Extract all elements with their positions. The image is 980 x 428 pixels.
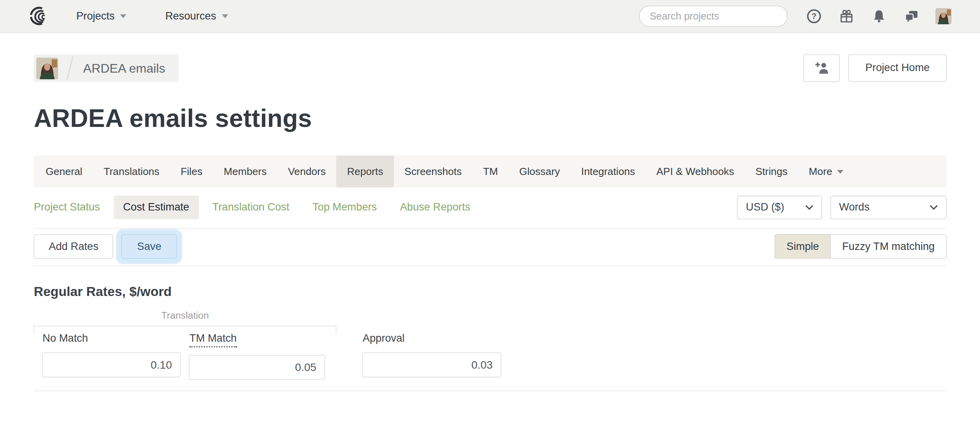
page-title: ARDEA emails settings [34, 104, 946, 132]
messages-icon[interactable] [904, 9, 919, 23]
project-home-button[interactable]: Project Home [848, 54, 946, 82]
nav-projects-label: Projects [76, 10, 114, 23]
chevron-down-icon [930, 205, 938, 210]
breadcrumb-divider [66, 57, 73, 80]
tab-translations[interactable]: Translations [93, 155, 170, 187]
report-subtab-row: Project Status Cost Estimate Translation… [34, 196, 946, 219]
invite-member-button[interactable] [803, 54, 840, 82]
tab-files[interactable]: Files [170, 155, 213, 187]
unit-select-value: Words [839, 201, 869, 214]
unit-select[interactable]: Words [830, 196, 947, 219]
tab-reports[interactable]: Reports [336, 155, 394, 187]
chevron-down-icon [805, 205, 814, 210]
gift-icon[interactable] [839, 9, 854, 23]
tab-screenshots[interactable]: Screenshots [394, 155, 472, 187]
person-add-icon [814, 61, 830, 75]
currency-select[interactable]: USD ($) [737, 196, 822, 219]
tab-members[interactable]: Members [213, 155, 277, 187]
user-avatar-image [935, 8, 952, 25]
top-bar-right: ? [639, 5, 951, 27]
project-owner-avatar[interactable] [36, 57, 58, 79]
add-rates-button[interactable]: Add Rates [34, 234, 113, 259]
subtab-project-status[interactable]: Project Status [34, 201, 100, 214]
search-input[interactable] [649, 11, 779, 22]
divider [34, 228, 946, 229]
save-button[interactable]: Save [122, 234, 177, 259]
svg-text:?: ? [812, 11, 817, 21]
tab-integrations[interactable]: Integrations [570, 155, 646, 187]
rates-toolbar: Add Rates Save Simple Fuzzy TM matching [34, 234, 946, 259]
app-window: Projects Resources ? [0, 0, 980, 428]
tab-api-webhooks[interactable]: API & Webhooks [646, 155, 745, 187]
tm-match-input[interactable] [189, 355, 325, 380]
subtab-translation-cost[interactable]: Translation Cost [212, 201, 289, 214]
chevron-down-icon [837, 169, 844, 173]
rates-section-heading: Regular Rates, $/word [34, 284, 946, 299]
tm-match-label[interactable]: TM Match [190, 332, 237, 347]
approval-label: Approval [363, 332, 404, 345]
search-icon[interactable] [779, 9, 780, 23]
settings-tab-bar: General Translations Files Members Vendo… [34, 155, 946, 187]
divider [34, 391, 946, 391]
tab-more[interactable]: More [798, 155, 854, 187]
nav-resources-menu[interactable]: Resources [165, 10, 228, 23]
rate-field-no-match: No Match [42, 332, 181, 377]
top-bar-icons: ? [807, 9, 919, 23]
no-match-label: No Match [43, 332, 88, 345]
rate-field-approval: Approval [362, 332, 501, 377]
search-box [639, 5, 788, 27]
breadcrumb-row: ARDEA emails Project Home [34, 54, 946, 82]
currency-select-value: USD ($) [746, 201, 784, 214]
nav-projects-menu[interactable]: Projects [76, 10, 127, 23]
divider [34, 266, 946, 266]
nav-resources-label: Resources [165, 10, 216, 23]
mode-fuzzy-tm-button[interactable]: Fuzzy TM matching [830, 234, 947, 259]
rate-field-tm-match: TM Match [189, 332, 325, 380]
chevron-down-icon [120, 14, 127, 18]
approval-input[interactable] [362, 352, 501, 377]
tab-tm[interactable]: TM [472, 155, 509, 187]
tab-vendors[interactable]: Vendors [277, 155, 336, 187]
top-bar: Projects Resources ? [0, 0, 980, 33]
tab-strings[interactable]: Strings [745, 155, 798, 187]
report-subtabs: Project Status Cost Estimate Translation… [34, 196, 470, 219]
translation-group-label: Translation [34, 310, 336, 321]
tab-general[interactable]: General [35, 155, 93, 187]
mode-simple-button[interactable]: Simple [774, 234, 830, 259]
no-match-input[interactable] [42, 352, 181, 377]
breadcrumb[interactable]: ARDEA emails [34, 54, 179, 82]
subtab-top-members[interactable]: Top Members [313, 201, 377, 214]
chevron-down-icon [222, 14, 228, 18]
user-avatar[interactable] [935, 8, 952, 25]
project-owner-avatar-image [36, 57, 58, 79]
matching-mode-toggle: Simple Fuzzy TM matching [774, 234, 946, 259]
breadcrumb-project-name[interactable]: ARDEA emails [83, 61, 165, 75]
bell-icon[interactable] [871, 9, 886, 23]
subtab-abuse-reports[interactable]: Abuse Reports [400, 201, 470, 214]
rates-form: Translation No Match TM Match Approval [34, 310, 946, 391]
top-navigation: Projects Resources [76, 10, 228, 23]
tab-more-label: More [809, 166, 832, 177]
subtab-cost-estimate[interactable]: Cost Estimate [114, 196, 199, 219]
help-icon[interactable]: ? [807, 9, 821, 23]
tab-glossary[interactable]: Glossary [509, 155, 571, 187]
app-logo-icon[interactable] [27, 6, 50, 26]
project-actions: Project Home [803, 54, 946, 82]
main-content: ARDEA emails Project Home ARDEA emails s… [0, 54, 980, 391]
